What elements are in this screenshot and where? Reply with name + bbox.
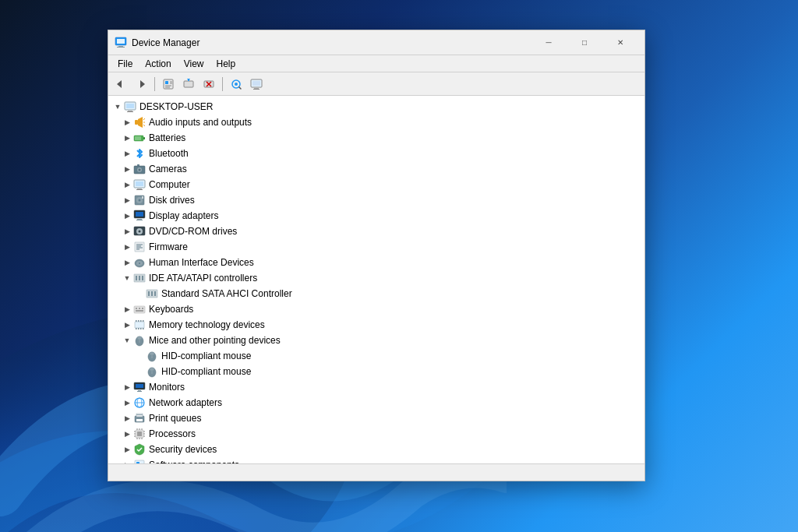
tree-label-display-adapters: Display adapters (149, 210, 218, 221)
toolbar-monitor[interactable] (247, 76, 266, 93)
menu-file[interactable]: File (111, 57, 139, 71)
svg-marker-6 (140, 80, 145, 88)
svg-rect-85 (138, 328, 139, 329)
tree-icon-disk-drives (133, 194, 146, 206)
tree-item-hid[interactable]: ▶Human Interface Devices (108, 255, 644, 270)
root-icon (124, 100, 136, 113)
root-label: DESKTOP-USER (139, 101, 213, 112)
tree-item-display-adapters[interactable]: ▶Display adapters (108, 208, 644, 224)
svg-rect-24 (253, 89, 260, 90)
tree-toggle-display-adapters[interactable]: ▶ (121, 208, 133, 224)
svg-rect-73 (136, 308, 137, 309)
tree-icon-dvd-drives (133, 225, 146, 238)
tree-item-software-components[interactable]: ▶Software components (108, 457, 644, 463)
tree-item-batteries[interactable]: ▶Batteries (108, 130, 644, 146)
tree-item-dvd-drives[interactable]: ▶DVD/CD-ROM drives (108, 224, 644, 239)
tree-toggle-ide[interactable]: ▼ (121, 270, 133, 286)
tree-item-bluetooth[interactable]: ▶Bluetooth (108, 146, 644, 161)
tree-label-ide: IDE ATA/ATAPI controllers (149, 273, 257, 284)
menu-action[interactable]: Action (139, 57, 177, 71)
tree-item-cameras[interactable]: ▶Cameras (108, 161, 644, 177)
tree-root[interactable]: ▼ DESKTOP-USER (108, 99, 644, 115)
tree-item-audio[interactable]: ▶Audio inputs and outputs (108, 115, 644, 130)
svg-rect-52 (136, 220, 143, 220)
tree-item-firmware[interactable]: ▶Firmware (108, 239, 644, 255)
tree-item-ide[interactable]: ▼IDE ATA/ATAPI controllers (108, 270, 644, 286)
tree-toggle-disk-drives[interactable]: ▶ (121, 192, 133, 208)
tree-item-disk-drives[interactable]: ▶Disk drives (108, 192, 644, 208)
root-toggle[interactable]: ▼ (111, 99, 124, 115)
svg-rect-80 (136, 320, 137, 322)
tree-label-batteries: Batteries (149, 132, 185, 143)
tree-toggle-cameras[interactable]: ▶ (121, 161, 133, 177)
tree-item-security[interactable]: ▶Security devices (108, 442, 644, 457)
tree-item-mice-hid2[interactable]: HID-compliant mouse (108, 364, 644, 379)
toolbar-back[interactable] (111, 76, 130, 93)
tree-toggle-keyboards[interactable]: ▶ (121, 301, 133, 317)
tree-item-memory[interactable]: ▶Memory technology devices (108, 317, 644, 333)
tree-item-keyboards[interactable]: ▶Keyboards (108, 301, 644, 317)
toolbar-update[interactable] (179, 76, 198, 93)
tree-item-monitors[interactable]: ▶Monitors (108, 379, 644, 395)
menu-view[interactable]: View (178, 57, 210, 71)
tree-toggle-software-components[interactable]: ▶ (121, 457, 133, 463)
status-bar (108, 463, 644, 481)
tree-toggle-bluetooth[interactable]: ▶ (121, 146, 133, 161)
tree-icon-mice-hid2 (146, 365, 158, 378)
tree-icon-ide-sata (146, 287, 158, 300)
tree-toggle-network[interactable]: ▶ (121, 395, 133, 410)
maximize-button[interactable]: □ (567, 30, 602, 55)
toolbar-properties[interactable] (159, 76, 178, 93)
svg-rect-8 (165, 81, 168, 84)
menu-help[interactable]: Help (210, 57, 242, 71)
tree-item-print-queues[interactable]: ▶Print queues (108, 410, 644, 426)
svg-rect-23 (254, 88, 259, 89)
tree-toggle-dvd-drives[interactable]: ▶ (121, 224, 133, 239)
toolbar-scan[interactable] (227, 76, 245, 93)
tree-toggle-print-queues[interactable]: ▶ (121, 410, 133, 426)
tree-icon-monitors (133, 381, 146, 393)
minimize-button[interactable]: ─ (531, 30, 567, 55)
tree-toggle-monitors[interactable]: ▶ (121, 379, 133, 395)
tree-label-ide-sata: Standard SATA AHCI Controller (161, 288, 292, 299)
tree-toggle-firmware[interactable]: ▶ (121, 239, 133, 255)
svg-rect-29 (135, 120, 138, 125)
tree-toggle-batteries[interactable]: ▶ (121, 130, 133, 146)
svg-rect-67 (142, 276, 143, 280)
svg-rect-70 (151, 291, 153, 296)
close-button[interactable]: ✕ (602, 30, 638, 55)
svg-marker-30 (138, 117, 143, 128)
svg-rect-72 (134, 306, 145, 313)
svg-rect-105 (136, 419, 143, 421)
tree-toggle-computer[interactable]: ▶ (121, 177, 133, 192)
tree-icon-ide (133, 272, 146, 284)
svg-rect-26 (126, 104, 134, 108)
toolbar-forward[interactable] (132, 76, 150, 93)
svg-rect-48 (142, 196, 143, 199)
tree-item-processors[interactable]: ▶Processors (108, 426, 644, 442)
svg-rect-86 (140, 328, 142, 329)
svg-point-90 (137, 336, 142, 340)
tree-toggle-security[interactable]: ▶ (121, 442, 133, 457)
tree-label-disk-drives: Disk drives (149, 195, 195, 206)
tree-icon-memory (133, 319, 146, 331)
tree-toggle-hid[interactable]: ▶ (121, 255, 133, 270)
svg-rect-36 (135, 136, 141, 140)
tree-item-mice-hid1[interactable]: HID-compliant mouse (108, 348, 644, 364)
tree-toggle-processors[interactable]: ▶ (121, 426, 133, 442)
tree-item-mice[interactable]: ▼Mice and other pointing devices (108, 333, 644, 348)
tree-content[interactable]: ▼ DESKTOP-USER ▶Audio inputs and outputs… (108, 96, 644, 463)
svg-line-33 (143, 125, 145, 126)
tree-toggle-mice[interactable]: ▼ (121, 333, 133, 348)
tree-icon-firmware (133, 241, 146, 253)
tree-toggle-audio[interactable]: ▶ (121, 115, 133, 130)
tree-icon-audio (133, 116, 146, 129)
tree-item-computer[interactable]: ▶Computer (108, 177, 644, 192)
tree-label-cameras: Cameras (149, 164, 187, 174)
svg-rect-35 (143, 137, 145, 139)
tree-item-network[interactable]: ▶Network adapters (108, 395, 644, 410)
tree-item-ide-sata[interactable]: Standard SATA AHCI Controller (108, 286, 644, 301)
toolbar-uninstall[interactable] (200, 76, 218, 93)
tree-toggle-memory[interactable]: ▶ (121, 317, 133, 333)
svg-rect-51 (137, 219, 142, 220)
